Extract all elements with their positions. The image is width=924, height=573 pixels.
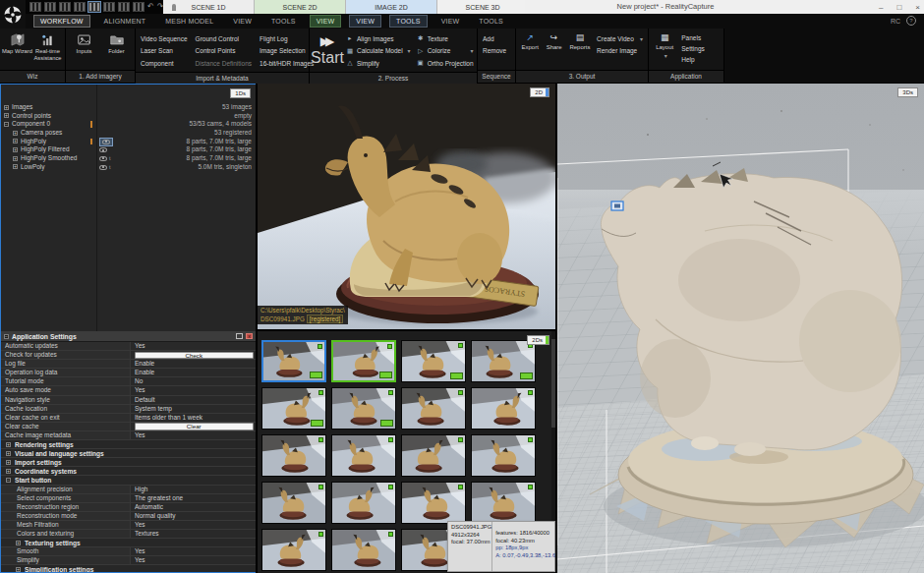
image-thumbnail[interactable] — [401, 340, 466, 382]
setting-value[interactable]: System temp — [135, 405, 172, 412]
flight-log-button[interactable]: Flight Log — [260, 32, 314, 45]
setting-value[interactable]: Yes — [135, 342, 145, 349]
settings-collapse-icon[interactable]: − — [4, 334, 9, 339]
image-selection-button[interactable]: Image Selection — [260, 45, 314, 58]
maximize-button[interactable]: □ — [896, 3, 901, 12]
tree-row[interactable]: +HighPoly8 parts, 7.0M tris, large — [1, 138, 256, 146]
section-expander-icon[interactable]: + — [16, 567, 21, 572]
ribbon-tab-view-image2d[interactable]: VIEW — [349, 15, 381, 28]
ribbon-tab-tools-image2d[interactable]: TOOLS — [389, 15, 428, 28]
ortho-projection-button[interactable]: ▣Ortho Projection — [417, 57, 474, 70]
settings-close-icon[interactable]: x — [246, 333, 253, 339]
image-thumbnail[interactable] — [261, 434, 326, 477]
section-expander-icon[interactable]: + — [16, 541, 21, 545]
image-thumbnail[interactable] — [331, 529, 396, 571]
undo-icon[interactable]: ↶ — [147, 3, 154, 11]
eye-icon[interactable] — [99, 138, 113, 146]
chevron-down-icon[interactable]: ▾ — [469, 47, 474, 54]
laser-scan-button[interactable]: Laser Scan — [141, 45, 188, 58]
view-type-badge-1ds[interactable]: 1Ds — [230, 88, 251, 98]
setting-value[interactable]: No — [135, 377, 143, 384]
layout-preset-icon[interactable] — [118, 2, 130, 12]
share-button[interactable]: ↪ Share — [542, 30, 565, 70]
calculate-model-button[interactable]: ▦Calculate Model▾ — [346, 45, 411, 58]
tree-expander-icon[interactable]: − — [4, 122, 9, 127]
image-thumbnail[interactable] — [401, 482, 466, 524]
image-thumbnail[interactable] — [401, 387, 466, 430]
layout-preset-icon[interactable] — [103, 2, 115, 12]
component-button[interactable]: Component — [141, 57, 188, 70]
setting-value[interactable]: Yes — [135, 547, 145, 554]
tree-expander-icon[interactable]: + — [13, 164, 18, 169]
setting-value[interactable]: Textures — [135, 530, 159, 537]
ground-control-button[interactable]: Ground Control — [196, 32, 252, 45]
distance-definitions-button[interactable]: Distance Definitions — [196, 57, 252, 70]
settings-maximize-icon[interactable] — [236, 333, 243, 339]
image-thumbnail[interactable] — [471, 387, 536, 430]
close-button[interactable]: × — [915, 3, 920, 12]
tree-row[interactable]: +Images53 images — [1, 103, 256, 112]
image-thumbnail[interactable] — [261, 482, 326, 524]
settings-section-row[interactable]: +Simplification settings — [1, 565, 256, 572]
setting-value[interactable]: Automatic — [135, 503, 163, 510]
tab-scene-2d[interactable]: SCENE 2D — [255, 0, 346, 14]
image-2d-viewport[interactable]: STYRACOSAURUS 2D C:\Users\pfalk\Desktop\ — [258, 84, 555, 329]
tree-expander-icon[interactable]: + — [13, 131, 18, 136]
texture-flag-icon[interactable]: t — [109, 155, 111, 161]
remove-button[interactable]: Remove — [483, 45, 510, 58]
setting-action-button[interactable]: Clear — [135, 423, 254, 430]
layout-preset-icon[interactable] — [29, 2, 41, 12]
view-type-badge-2d[interactable]: 2D — [530, 87, 549, 97]
tree-row[interactable]: +HighPoly Filtered8 parts, 7.0M tris, la… — [1, 145, 256, 154]
tree-row[interactable]: +Camera poses53 registered — [1, 129, 256, 138]
texture-flag-icon[interactable]: t — [109, 164, 111, 170]
pin-icon[interactable] — [172, 4, 176, 11]
eye-icon[interactable] — [99, 165, 107, 170]
ribbon-tab-mesh-model[interactable]: MESH MODEL — [159, 16, 219, 27]
tree-expander-icon[interactable]: + — [13, 139, 18, 143]
image-thumbnail[interactable] — [331, 387, 396, 430]
minimize-button[interactable]: – — [879, 3, 883, 12]
image-thumbnail[interactable] — [471, 340, 536, 382]
setting-value[interactable]: Items older than 1 week — [135, 414, 202, 421]
scene-3d-viewport[interactable]: 3Ds — [557, 84, 924, 573]
ribbon-tab-view-scene2d[interactable]: VIEW — [310, 15, 342, 28]
help-button[interactable]: Help — [681, 54, 719, 65]
image-thumbnail[interactable] — [331, 340, 396, 382]
align-images-button[interactable]: ▸Align Images — [346, 32, 411, 45]
layout-preset-icon[interactable] — [44, 2, 56, 12]
tree-row[interactable]: +HighPoly Smoothedt8 parts, 7.0M tris, l… — [1, 154, 256, 163]
chevron-down-icon[interactable]: ▾ — [406, 47, 411, 54]
tab-scene-1d[interactable]: SCENE 1D — [163, 0, 255, 14]
map-wizard-button[interactable]: Map Wizard — [2, 30, 32, 70]
section-expander-icon[interactable]: + — [6, 451, 11, 456]
colorize-button[interactable]: ▷Colorize▾ — [417, 45, 474, 58]
setting-value[interactable]: Enable — [135, 369, 154, 375]
redo-icon[interactable]: ↷ — [157, 3, 164, 11]
tab-scene-3d[interactable]: SCENE 3D — [437, 0, 528, 14]
layout-button[interactable]: ▦ Layout ▾ — [651, 30, 678, 70]
inputs-button[interactable]: Inputs — [68, 30, 100, 70]
setting-value[interactable]: Default — [135, 396, 155, 403]
view-type-badge-3ds[interactable]: 3Ds — [897, 87, 918, 97]
image-thumbnail[interactable] — [261, 529, 326, 571]
tree-row[interactable]: −Component 053/53 cams, 4 models — [1, 120, 256, 129]
image-thumbnail[interactable] — [261, 340, 326, 382]
setting-value[interactable]: High — [135, 486, 147, 492]
ribbon-tab-workflow[interactable]: WORKFLOW — [33, 15, 90, 28]
setting-value[interactable]: Yes — [135, 521, 145, 528]
image-thumbnail[interactable] — [471, 434, 536, 477]
realtime-assistance-button[interactable]: Real-time Assistance — [32, 30, 63, 70]
ribbon-tab-view-1[interactable]: VIEW — [227, 16, 258, 27]
tree-row[interactable]: +LowPolyt5.0M tris, singleton — [1, 163, 256, 172]
section-expander-icon[interactable]: + — [6, 469, 11, 474]
tree-expander-icon[interactable]: + — [13, 147, 18, 152]
start-button[interactable]: ▶▶ Start — [312, 30, 343, 72]
setting-value[interactable]: Yes — [135, 431, 145, 438]
reports-button[interactable]: ▤ Reports — [566, 30, 594, 70]
view-type-badge-2ds[interactable]: 2Ds — [527, 335, 549, 345]
layout-preset-icon[interactable] — [59, 2, 71, 12]
render-image-button[interactable]: Render Image — [597, 45, 643, 58]
setting-action-button[interactable]: Check — [135, 352, 254, 360]
section-expander-icon[interactable]: − — [6, 478, 11, 483]
